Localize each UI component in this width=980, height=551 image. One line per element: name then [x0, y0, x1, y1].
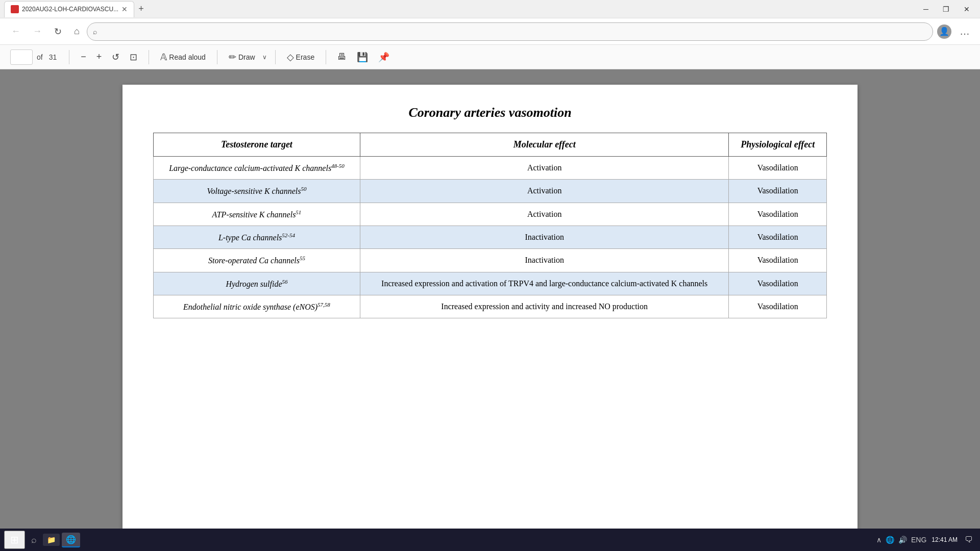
- table-row: Voltage-sensitive K channels50Activation…: [154, 180, 827, 203]
- taskbar-edge-app[interactable]: 🌐: [62, 533, 80, 547]
- address-bar-wrap: ⌕: [87, 22, 933, 41]
- draw-icon: ✏: [229, 52, 236, 63]
- home-button[interactable]: ⌂: [69, 23, 85, 40]
- erase-button[interactable]: ◇ Erase: [282, 49, 320, 65]
- divider-5: [326, 50, 326, 64]
- title-bar-left: 2020AUG2-LOH-CARDIOVASCU... ✕ +: [4, 1, 148, 17]
- address-input[interactable]: [87, 22, 933, 41]
- molecular-cell: Inactivation: [360, 226, 729, 248]
- refresh-button[interactable]: ↻: [49, 23, 67, 40]
- volume-icon[interactable]: 🔊: [897, 535, 908, 545]
- maximize-button[interactable]: ❐: [937, 3, 955, 15]
- divider-4: [275, 50, 276, 64]
- target-cell: Hydrogen sulfide56: [154, 272, 360, 295]
- molecular-cell: Increased expression and activation of T…: [360, 272, 729, 295]
- title-bar: 2020AUG2-LOH-CARDIOVASCU... ✕ + ─ ❐ ✕: [0, 0, 980, 18]
- zoom-out-icon: −: [81, 52, 86, 62]
- table-row: Endothelial nitric oxide synthase (eNOS)…: [154, 295, 827, 318]
- system-tray-icons: ∧ 🌐 🔊 ENG: [875, 535, 927, 545]
- zoom-out-button[interactable]: −: [76, 49, 91, 64]
- col-header-physiological: Physiological effect: [729, 133, 827, 157]
- tab-close-button[interactable]: ✕: [121, 5, 128, 13]
- erase-icon: ◇: [287, 52, 294, 63]
- target-cell: Voltage-sensitive K channels50: [154, 180, 360, 203]
- save-button[interactable]: 💾: [352, 49, 373, 65]
- current-page-input[interactable]: 26: [10, 49, 33, 65]
- address-search-icon: ⌕: [93, 28, 97, 36]
- physiological-cell: Vasodilation: [729, 157, 827, 180]
- rotate-button[interactable]: ↺: [107, 49, 125, 65]
- molecular-cell: Increased expression and activity and in…: [360, 295, 729, 318]
- physiological-cell: Vasodilation: [729, 295, 827, 318]
- zoom-in-icon: +: [96, 52, 102, 62]
- physiological-cell: Vasodilation: [729, 180, 827, 203]
- notification-button[interactable]: 🗨: [962, 534, 976, 545]
- erase-label: Erase: [296, 53, 315, 61]
- page-navigation: 26 of 31: [10, 49, 59, 65]
- zoom-in-button[interactable]: +: [91, 49, 107, 64]
- edge-icon: 🌐: [66, 535, 76, 544]
- table-title: Coronary arteries vasomotion: [153, 105, 827, 120]
- physiological-cell: Vasodilation: [729, 203, 827, 226]
- page-total: 31: [49, 53, 57, 61]
- table-row: L-type Ca channels52-54InactivationVasod…: [154, 226, 827, 248]
- table-row: Store-operated Ca channels55Inactivation…: [154, 249, 827, 272]
- taskbar-right-area: ∧ 🌐 🔊 ENG 12:41 AM 🗨: [875, 534, 976, 545]
- fit-page-button[interactable]: ⊡: [125, 49, 142, 65]
- close-button[interactable]: ✕: [958, 3, 976, 15]
- taskbar-search-button[interactable]: ⌕: [27, 533, 41, 547]
- physiological-cell: Vasodilation: [729, 272, 827, 295]
- draw-label: Draw: [238, 53, 255, 61]
- language-indicator[interactable]: ENG: [910, 535, 927, 545]
- pdf-tab-icon: [11, 5, 19, 13]
- file-explorer-icon: 📁: [47, 536, 56, 544]
- col-header-molecular: Molecular effect: [360, 133, 729, 157]
- profile-avatar: 👤: [937, 24, 951, 39]
- molecular-cell: Inactivation: [360, 249, 729, 272]
- tab-title: 2020AUG2-LOH-CARDIOVASCU...: [22, 6, 118, 13]
- table-row: Large-conductance calcium-activated K ch…: [154, 157, 827, 180]
- start-button[interactable]: ⊞: [4, 531, 25, 549]
- title-bar-controls: ─ ❐ ✕: [917, 3, 976, 15]
- read-aloud-icon: 𝔸: [160, 52, 167, 63]
- vasomotion-table: Testosterone target Molecular effect Phy…: [153, 133, 827, 318]
- clock-time: 12:41 AM: [932, 536, 958, 544]
- target-cell: Large-conductance calcium-activated K ch…: [154, 157, 360, 180]
- system-tray-chevron[interactable]: ∧: [875, 535, 883, 545]
- navigation-bar: ← → ↻ ⌂ ⌕ 👤 …: [0, 18, 980, 45]
- save-icon: 💾: [357, 52, 368, 63]
- pin-button[interactable]: 📌: [373, 49, 395, 65]
- molecular-cell: Activation: [360, 157, 729, 180]
- physiological-cell: Vasodilation: [729, 249, 827, 272]
- taskbar-clock[interactable]: 12:41 AM: [932, 536, 958, 544]
- molecular-cell: Activation: [360, 180, 729, 203]
- taskbar: ⊞ ⌕ 📁 🌐 ∧ 🌐 🔊 ENG 12:41 AM 🗨: [0, 529, 980, 551]
- minimize-button[interactable]: ─: [917, 3, 935, 15]
- draw-chevron-icon[interactable]: ∨: [260, 52, 269, 63]
- draw-button[interactable]: ✏ Draw: [224, 49, 260, 65]
- read-aloud-button[interactable]: 𝔸 Read aloud: [155, 49, 211, 65]
- new-tab-button[interactable]: +: [134, 4, 148, 14]
- pdf-page: Coronary arteries vasomotion Testosteron…: [122, 85, 857, 529]
- draw-group: ✏ Draw ∨: [224, 49, 269, 65]
- taskbar-file-explorer[interactable]: 📁: [43, 534, 60, 546]
- divider-1: [69, 50, 69, 64]
- fit-icon: ⊡: [130, 52, 137, 63]
- pin-icon: 📌: [378, 52, 389, 63]
- rotate-icon: ↺: [112, 52, 119, 63]
- print-icon: 🖶: [337, 52, 347, 62]
- profile-button[interactable]: 👤: [935, 22, 953, 41]
- back-button[interactable]: ←: [6, 23, 26, 40]
- target-cell: ATP-sensitive K channels51: [154, 203, 360, 226]
- physiological-cell: Vasodilation: [729, 226, 827, 248]
- table-header-row: Testosterone target Molecular effect Phy…: [154, 133, 827, 157]
- print-button[interactable]: 🖶: [332, 49, 352, 64]
- more-options-button[interactable]: …: [955, 23, 974, 39]
- network-icon[interactable]: 🌐: [885, 535, 895, 545]
- page-separator: of: [37, 53, 43, 61]
- browser-tab[interactable]: 2020AUG2-LOH-CARDIOVASCU... ✕: [4, 1, 134, 17]
- divider-3: [217, 50, 217, 64]
- pdf-toolbar: 26 of 31 − + ↺ ⊡ 𝔸 Read aloud ✏ Draw ∨ ◇…: [0, 45, 980, 69]
- forward-button[interactable]: →: [28, 23, 47, 40]
- pdf-content-area: Coronary arteries vasomotion Testosteron…: [0, 69, 980, 529]
